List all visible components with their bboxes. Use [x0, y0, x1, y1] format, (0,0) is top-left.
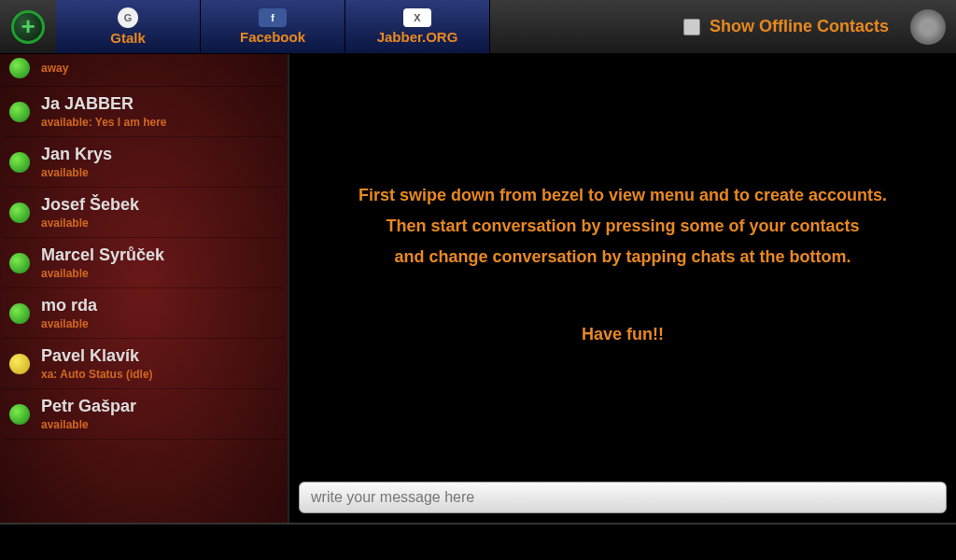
- contact-name: Jan Krys: [41, 145, 112, 164]
- show-offline-toggle[interactable]: Show Offline Contacts: [683, 0, 900, 53]
- contact-status: available: Yes I am here: [41, 116, 167, 129]
- contact-row[interactable]: Josef Šebekavailable: [4, 188, 284, 238]
- contact-name: Pavel Klavík: [41, 346, 153, 366]
- contact-status: available: [41, 267, 164, 280]
- facebook-icon: f: [259, 8, 287, 27]
- xmpp-icon: X: [403, 8, 431, 27]
- contact-row[interactable]: Jan Krysavailable: [4, 137, 284, 188]
- contact-row[interactable]: away: [4, 58, 284, 87]
- checkbox-icon: [683, 19, 700, 35]
- contact-status: available: [41, 317, 97, 330]
- account-tab-label: Gtalk: [110, 30, 146, 46]
- presence-dot-icon: [9, 58, 30, 78]
- account-tab-label: Facebook: [240, 29, 305, 45]
- presence-dot-icon: [9, 253, 30, 273]
- presence-dot-icon: [9, 203, 30, 223]
- message-input[interactable]: [299, 482, 947, 513]
- contact-row[interactable]: Marcel Syrůčekavailable: [4, 238, 284, 288]
- account-tab-gtalk[interactable]: GGtalk: [56, 0, 201, 53]
- account-tab-facebook[interactable]: fFacebook: [201, 0, 345, 53]
- plus-icon: +: [11, 10, 45, 44]
- presence-dot-icon: [9, 152, 30, 173]
- account-tab-jabberorg[interactable]: XJabber.ORG: [345, 0, 490, 53]
- gear-icon: [910, 9, 946, 45]
- contact-list[interactable]: awayJa JABBERavailable: Yes I am hereJan…: [0, 54, 289, 523]
- contact-name: Ja JABBER: [41, 94, 167, 114]
- welcome-fun: Have fun!!: [582, 322, 664, 347]
- contact-row[interactable]: Petr Gašparavailable: [4, 389, 284, 440]
- app-header: + GGtalkfFacebookXJabber.ORG Show Offlin…: [0, 0, 956, 54]
- welcome-line: Then start conversation by pressing some…: [386, 214, 859, 239]
- show-offline-label: Show Offline Contacts: [710, 17, 889, 36]
- settings-button[interactable]: [900, 0, 956, 53]
- contact-name: Marcel Syrůček: [41, 245, 164, 265]
- contact-status: xa: Auto Status (idle): [41, 368, 153, 381]
- contact-name: mo rda: [41, 296, 97, 315]
- welcome-line: First swipe down from bezel to view menu…: [358, 183, 887, 208]
- contact-row[interactable]: Pavel Klavíkxa: Auto Status (idle): [4, 339, 284, 389]
- account-tab-label: Jabber.ORG: [377, 29, 458, 45]
- conversation-panel: First swipe down from bezel to view menu…: [289, 54, 956, 523]
- add-account-button[interactable]: +: [0, 0, 56, 53]
- contact-status: available: [41, 166, 112, 179]
- gtalk-icon: G: [118, 7, 138, 28]
- welcome-line: and change conversation by tapping chats…: [394, 245, 851, 270]
- contact-row[interactable]: Ja JABBERavailable: Yes I am here: [4, 87, 284, 137]
- presence-dot-icon: [9, 404, 30, 425]
- contact-status: available: [41, 217, 139, 230]
- contact-status: away: [41, 62, 68, 75]
- presence-dot-icon: [9, 303, 30, 324]
- contact-name: Josef Šebek: [41, 195, 139, 215]
- presence-dot-icon: [9, 354, 30, 374]
- chat-switcher-bar[interactable]: [0, 523, 956, 560]
- presence-dot-icon: [9, 102, 30, 122]
- contact-status: available: [41, 418, 136, 431]
- welcome-message: First swipe down from bezel to view menu…: [289, 54, 956, 476]
- contact-row[interactable]: mo rdaavailable: [4, 288, 284, 339]
- contact-name: Petr Gašpar: [41, 397, 136, 416]
